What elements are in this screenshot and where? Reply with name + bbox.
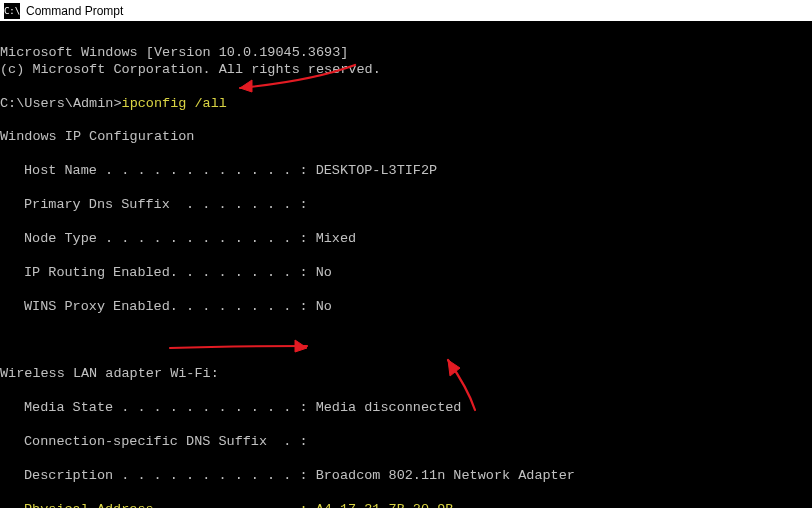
terminal-output[interactable]: Microsoft Windows [Version 10.0.19045.36…	[0, 22, 812, 508]
config-row: Media State . . . . . . . . . . . : Medi…	[0, 400, 812, 417]
config-row: IP Routing Enabled. . . . . . . . : No	[0, 265, 812, 282]
config-value: No	[308, 265, 332, 280]
config-label: WINS Proxy Enabled. . . . . . . . :	[24, 299, 308, 314]
config-label: Primary Dns Suffix . . . . . . . :	[24, 197, 308, 212]
cmd-icon: C:\	[4, 3, 20, 19]
config-value: No	[308, 299, 332, 314]
config-row: Description . . . . . . . . . . . : Broa…	[0, 468, 812, 485]
blank-line	[0, 79, 8, 94]
config-label: Media State . . . . . . . . . . . :	[24, 400, 308, 415]
config-row: Primary Dns Suffix . . . . . . . :	[0, 197, 812, 214]
section-header: Windows IP Configuration	[0, 129, 194, 144]
blank-line	[0, 349, 8, 364]
config-value: A4-17-31-7B-20-9B	[308, 502, 454, 509]
prompt-line: C:\Users\Admin>ipconfig /all	[0, 96, 227, 111]
banner-line: (c) Microsoft Corporation. All rights re…	[0, 62, 381, 77]
config-label: Physical Address. . . . . . . . . :	[24, 502, 308, 509]
adapter-heading: Wireless LAN adapter Wi-Fi:	[0, 366, 219, 381]
config-value: DESKTOP-L3TIF2P	[308, 163, 438, 178]
window-title: Command Prompt	[26, 4, 123, 18]
config-value: Broadcom 802.11n Network Adapter	[308, 468, 575, 483]
config-label: Connection-specific DNS Suffix . :	[24, 434, 308, 449]
banner-line: Microsoft Windows [Version 10.0.19045.36…	[0, 45, 348, 60]
blank-line	[0, 383, 8, 398]
config-row: Physical Address. . . . . . . . . : A4-1…	[0, 502, 812, 509]
config-label: Node Type . . . . . . . . . . . . :	[24, 231, 308, 246]
config-row: WINS Proxy Enabled. . . . . . . . : No	[0, 299, 812, 316]
window-titlebar[interactable]: C:\ Command Prompt	[0, 0, 812, 22]
config-row: Host Name . . . . . . . . . . . . : DESK…	[0, 163, 812, 180]
config-row: Node Type . . . . . . . . . . . . : Mixe…	[0, 231, 812, 248]
command-text: ipconfig /all	[122, 96, 227, 111]
config-label: Description . . . . . . . . . . . :	[24, 468, 308, 483]
blank-line	[0, 112, 8, 127]
blank-line	[0, 146, 8, 161]
config-value: Mixed	[308, 231, 357, 246]
prompt-path: C:\Users\Admin>	[0, 96, 122, 111]
config-value: Media disconnected	[308, 400, 462, 415]
config-label: Host Name . . . . . . . . . . . . :	[24, 163, 308, 178]
config-row: Connection-specific DNS Suffix . :	[0, 434, 812, 451]
config-label: IP Routing Enabled. . . . . . . . :	[24, 265, 308, 280]
